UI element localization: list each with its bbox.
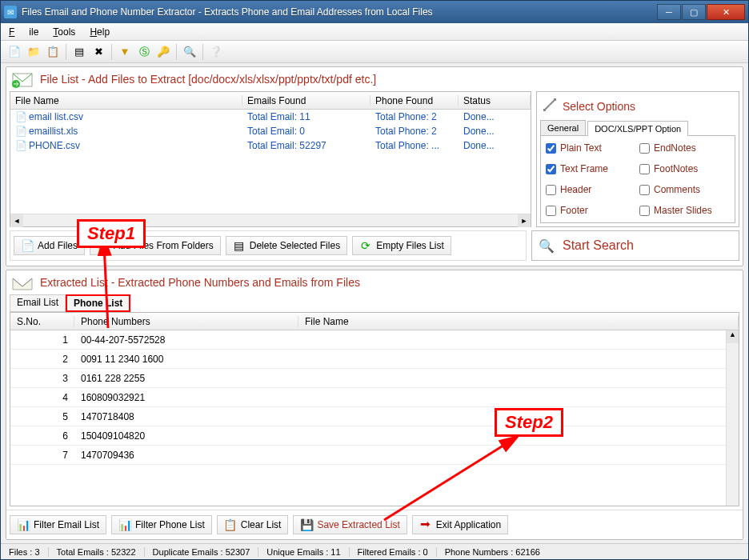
phone-row[interactable]: 30161 228 2255 xyxy=(10,369,739,388)
file-list-table: File Name Emails Found Phone Found Statu… xyxy=(10,91,531,227)
start-search-button[interactable]: 🔍 Start Search xyxy=(531,230,739,261)
chk-plain-text[interactable]: Plain Text xyxy=(546,142,636,154)
toolbar-add-folder-icon[interactable]: 📁 xyxy=(25,43,42,61)
step2-annotation: Step2 xyxy=(495,408,563,437)
toolbar-list-icon[interactable]: ▤ xyxy=(70,43,88,61)
menu-help[interactable]: Help xyxy=(90,26,110,38)
file-row[interactable]: 📄email list.csvTotal Email: 11Total Phon… xyxy=(10,110,531,124)
toolbar-help-icon[interactable]: ❔ xyxy=(207,43,225,61)
extracted-icon xyxy=(11,274,34,291)
toolbar-search-icon[interactable]: 🔍 xyxy=(181,43,198,61)
save-icon: 💾 xyxy=(300,518,313,531)
close-button[interactable]: ✕ xyxy=(707,4,745,20)
maximize-button[interactable]: ▢ xyxy=(682,4,706,20)
options-panel: Select Options General DOC/XLS/PPT Optio… xyxy=(536,91,739,227)
delete-files-button[interactable]: ▤Delete Selected Files xyxy=(226,236,347,255)
status-dup: Duplicate Emails : 52307 xyxy=(145,547,259,557)
menu-tools[interactable]: Tools xyxy=(53,26,75,38)
status-total: Total Emails : 52322 xyxy=(49,547,145,557)
phone-row[interactable]: 4160809032921 xyxy=(10,388,739,407)
tab-phone-list[interactable]: Phone List xyxy=(66,294,130,312)
chk-text-frame[interactable]: Text Frame xyxy=(546,163,636,174)
status-files: Files : 3 xyxy=(1,547,49,557)
phone-row[interactable]: 6150409104820 xyxy=(10,426,739,446)
file-row[interactable]: 📄emaillist.xlsTotal Email: 0Total Phone:… xyxy=(10,124,531,138)
toolbar-copy-icon[interactable]: 📋 xyxy=(44,43,62,61)
statusbar: Files : 3 Total Emails : 52322 Duplicate… xyxy=(1,543,748,559)
status-uniq: Unique Emails : 11 xyxy=(258,547,349,557)
phone-data-grid: S.No. Phone Numbers File Name 100-44-207… xyxy=(10,312,739,506)
toolbar-delete-icon[interactable]: ✖ xyxy=(90,43,107,61)
filter-phone-button[interactable]: 📊Filter Phone List xyxy=(111,515,212,534)
options-icon xyxy=(542,97,558,115)
chk-endnotes[interactable]: EndNotes xyxy=(639,142,730,154)
phone-row[interactable]: 51470718408 xyxy=(10,407,739,426)
menu-file[interactable]: File xyxy=(9,26,38,38)
toolbar-skype-icon[interactable]: Ⓢ xyxy=(135,43,153,61)
col-emails[interactable]: Emails Found xyxy=(242,95,370,106)
menubar: File Tools Help xyxy=(1,23,748,41)
clear-icon: 📋 xyxy=(224,518,237,531)
options-heading: Select Options xyxy=(563,100,635,113)
filter-phone-icon: 📊 xyxy=(118,518,131,531)
chk-footnotes[interactable]: FootNotes xyxy=(639,163,730,174)
minimize-button[interactable]: ─ xyxy=(657,4,681,20)
app-icon: ✉ xyxy=(4,6,17,18)
col-file-name[interactable]: File Name xyxy=(298,316,739,327)
exit-icon: ⮕ xyxy=(419,518,432,531)
grid-scrollbar[interactable]: ▲ xyxy=(726,330,739,506)
toolbar-add-file-icon[interactable]: 📄 xyxy=(6,43,23,61)
clear-list-button[interactable]: 📋Clear List xyxy=(217,515,289,534)
col-status[interactable]: Status xyxy=(459,95,531,106)
extracted-list-panel: Extracted List - Extracted Phone Numbers… xyxy=(6,270,743,540)
col-phone-numbers[interactable]: Phone Numbers xyxy=(74,316,298,327)
tab-email-list[interactable]: Email List xyxy=(10,294,66,312)
toolbar: 📄 📁 📋 ▤ ✖ ▼ Ⓢ 🔑 🔍 ❔ xyxy=(1,41,748,63)
col-sno[interactable]: S.No. xyxy=(10,316,74,327)
file-list-icon xyxy=(11,70,34,88)
chk-header[interactable]: Header xyxy=(546,184,636,195)
titlebar[interactable]: ✉ Files Email and Phone Number Extractor… xyxy=(1,1,748,23)
col-filename[interactable]: File Name xyxy=(10,95,242,106)
tab-doc-option[interactable]: DOC/XLS/PPT Option xyxy=(587,121,688,136)
chk-footer[interactable]: Footer xyxy=(546,205,636,216)
phone-row[interactable]: 100-44-207-5572528 xyxy=(10,330,739,350)
window-title: Files Email and Phone Number Extractor -… xyxy=(22,6,657,18)
tab-general[interactable]: General xyxy=(540,120,586,135)
file-row[interactable]: 📄PHONE.csvTotal Email: 52297Total Phone:… xyxy=(10,138,531,153)
toolbar-filter-icon[interactable]: ▼ xyxy=(116,43,134,61)
empty-icon: ⟳ xyxy=(359,239,372,252)
chk-comments[interactable]: Comments xyxy=(639,184,730,195)
phone-row[interactable]: 71470709436 xyxy=(10,446,739,465)
filter-email-button[interactable]: 📊Filter Email List xyxy=(10,515,106,534)
phone-row[interactable]: 20091 11 2340 1600 xyxy=(10,350,739,369)
chk-master-slides[interactable]: Master Slides xyxy=(639,205,730,216)
extracted-title: Extracted List - Extracted Phone Numbers… xyxy=(40,276,360,289)
save-extracted-button[interactable]: 💾Save Extracted List xyxy=(293,515,407,534)
add-file-icon: 📄 xyxy=(21,239,34,252)
step1-annotation: Step1 xyxy=(77,219,146,248)
search-icon: 🔍 xyxy=(539,238,555,254)
file-list-title: File List - Add Files to Extract [doc/do… xyxy=(40,73,376,86)
col-phone[interactable]: Phone Found xyxy=(370,95,459,106)
status-phone: Phone Numbers : 62166 xyxy=(437,547,548,557)
status-filt: Filtered Emails : 0 xyxy=(350,547,437,557)
filter-email-icon: 📊 xyxy=(17,518,30,531)
add-files-button[interactable]: 📄Add Files xyxy=(14,236,85,255)
toolbar-key-icon[interactable]: 🔑 xyxy=(154,43,172,61)
delete-icon: ▤ xyxy=(233,239,246,252)
empty-list-button[interactable]: ⟳Empty Files List xyxy=(352,236,451,255)
exit-button[interactable]: ⮕Exit Application xyxy=(412,515,508,534)
